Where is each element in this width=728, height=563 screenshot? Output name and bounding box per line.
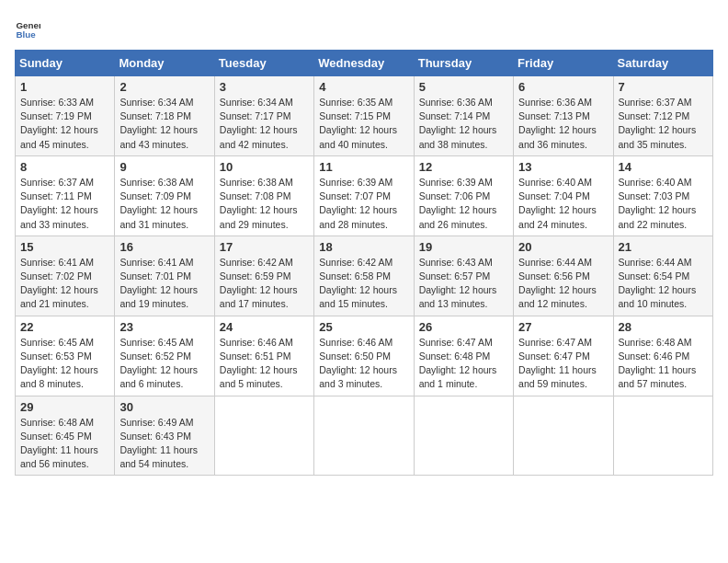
sunrise-label: Sunrise: 6:49 AM [119, 417, 193, 428]
sunrise-label: Sunrise: 6:42 AM [319, 257, 392, 268]
calendar-cell: 12 Sunrise: 6:39 AM Sunset: 7:06 PM Dayl… [414, 155, 513, 236]
day-info: Sunrise: 6:36 AM Sunset: 7:13 PM Dayligh… [518, 96, 608, 152]
calendar-cell [214, 396, 313, 476]
daylight-label: Daylight: 12 hours and 12 minutes. [518, 284, 597, 309]
sunset-label: Sunset: 7:04 PM [518, 190, 590, 201]
sunrise-label: Sunrise: 6:48 AM [20, 417, 94, 428]
page-header: General Blue [15, 15, 713, 40]
daylight-label: Daylight: 12 hours and 45 minutes. [20, 124, 98, 149]
daylight-label: Daylight: 12 hours and 24 minutes. [518, 204, 597, 229]
sunrise-label: Sunrise: 6:48 AM [619, 337, 692, 348]
sunset-label: Sunset: 6:58 PM [319, 270, 391, 282]
sunset-label: Sunset: 7:01 PM [119, 270, 191, 282]
day-info: Sunrise: 6:42 AM Sunset: 6:59 PM Dayligh… [220, 256, 309, 312]
sunset-label: Sunset: 7:09 PM [119, 190, 191, 201]
daylight-label: Daylight: 12 hours and 17 minutes. [220, 284, 298, 309]
sunrise-label: Sunrise: 6:36 AM [419, 97, 493, 108]
sunset-label: Sunset: 7:06 PM [419, 190, 491, 201]
calendar-cell: 30 Sunrise: 6:49 AM Sunset: 6:43 PM Dayl… [115, 396, 214, 476]
day-info: Sunrise: 6:47 AM Sunset: 6:47 PM Dayligh… [518, 336, 608, 392]
sunset-label: Sunset: 7:19 PM [20, 110, 92, 121]
sunrise-label: Sunrise: 6:36 AM [518, 97, 592, 108]
calendar-cell [514, 396, 613, 476]
calendar-header: SundayMondayTuesdayWednesdayThursdayFrid… [16, 51, 713, 76]
sunrise-label: Sunrise: 6:43 AM [419, 257, 493, 268]
sunset-label: Sunset: 6:51 PM [220, 350, 291, 362]
sunrise-label: Sunrise: 6:33 AM [20, 97, 94, 108]
daylight-label: Daylight: 12 hours and 10 minutes. [619, 284, 697, 309]
day-number: 22 [20, 320, 109, 334]
daylight-label: Daylight: 12 hours and 26 minutes. [419, 204, 497, 229]
sunset-label: Sunset: 7:18 PM [119, 110, 191, 121]
daylight-label: Daylight: 12 hours and 36 minutes. [518, 124, 597, 149]
calendar-cell: 5 Sunrise: 6:36 AM Sunset: 7:14 PM Dayli… [414, 76, 513, 156]
sunrise-label: Sunrise: 6:35 AM [319, 97, 392, 108]
daylight-label: Daylight: 12 hours and 22 minutes. [619, 204, 697, 229]
sunset-label: Sunset: 6:52 PM [119, 350, 191, 362]
calendar-cell: 21 Sunrise: 6:44 AM Sunset: 6:54 PM Dayl… [613, 236, 712, 316]
day-number: 6 [518, 80, 608, 94]
sunrise-label: Sunrise: 6:46 AM [220, 337, 293, 348]
daylight-label: Daylight: 12 hours and 5 minutes. [220, 364, 298, 389]
day-number: 11 [319, 160, 408, 174]
daylight-label: Daylight: 12 hours and 3 minutes. [319, 364, 397, 389]
calendar-cell: 14 Sunrise: 6:40 AM Sunset: 7:03 PM Dayl… [613, 155, 712, 236]
day-info: Sunrise: 6:39 AM Sunset: 7:06 PM Dayligh… [419, 176, 508, 232]
calendar-row: 29 Sunrise: 6:48 AM Sunset: 6:45 PM Dayl… [16, 396, 713, 476]
day-number: 28 [619, 320, 708, 334]
calendar-row: 1 Sunrise: 6:33 AM Sunset: 7:19 PM Dayli… [16, 76, 713, 156]
day-info: Sunrise: 6:34 AM Sunset: 7:18 PM Dayligh… [119, 96, 209, 152]
svg-text:Blue: Blue [16, 29, 36, 40]
day-info: Sunrise: 6:41 AM Sunset: 7:02 PM Dayligh… [20, 256, 109, 312]
daylight-label: Daylight: 12 hours and 21 minutes. [20, 284, 98, 309]
sunset-label: Sunset: 7:14 PM [419, 110, 491, 121]
sunset-label: Sunset: 7:15 PM [319, 110, 391, 121]
calendar-row: 8 Sunrise: 6:37 AM Sunset: 7:11 PM Dayli… [16, 155, 713, 236]
calendar-cell: 10 Sunrise: 6:38 AM Sunset: 7:08 PM Dayl… [214, 155, 313, 236]
daylight-label: Daylight: 12 hours and 1 minute. [419, 364, 497, 389]
calendar-cell: 20 Sunrise: 6:44 AM Sunset: 6:56 PM Dayl… [514, 236, 613, 316]
calendar-cell: 15 Sunrise: 6:41 AM Sunset: 7:02 PM Dayl… [16, 236, 115, 316]
day-number: 24 [220, 320, 309, 334]
sunrise-label: Sunrise: 6:47 AM [419, 337, 493, 348]
day-info: Sunrise: 6:35 AM Sunset: 7:15 PM Dayligh… [319, 96, 408, 152]
sunset-label: Sunset: 7:11 PM [20, 190, 92, 201]
logo: General Blue [15, 15, 44, 40]
sunset-label: Sunset: 6:53 PM [20, 350, 92, 362]
sunrise-label: Sunrise: 6:41 AM [20, 257, 94, 268]
day-number: 23 [119, 320, 209, 334]
daylight-label: Daylight: 12 hours and 31 minutes. [119, 204, 198, 229]
sunset-label: Sunset: 6:50 PM [319, 350, 391, 362]
calendar-cell: 6 Sunrise: 6:36 AM Sunset: 7:13 PM Dayli… [514, 76, 613, 156]
day-info: Sunrise: 6:41 AM Sunset: 7:01 PM Dayligh… [119, 256, 209, 312]
calendar-cell: 16 Sunrise: 6:41 AM Sunset: 7:01 PM Dayl… [115, 236, 214, 316]
day-number: 16 [119, 240, 209, 254]
sunrise-label: Sunrise: 6:42 AM [220, 257, 293, 268]
day-number: 8 [20, 160, 109, 174]
calendar-cell: 11 Sunrise: 6:39 AM Sunset: 7:07 PM Dayl… [314, 155, 414, 236]
daylight-label: Daylight: 11 hours and 59 minutes. [518, 364, 597, 389]
daylight-label: Daylight: 12 hours and 19 minutes. [119, 284, 198, 309]
sunset-label: Sunset: 7:13 PM [518, 110, 590, 121]
day-number: 2 [119, 80, 209, 94]
sunrise-label: Sunrise: 6:39 AM [319, 177, 392, 188]
calendar-cell: 2 Sunrise: 6:34 AM Sunset: 7:18 PM Dayli… [115, 76, 214, 156]
calendar-cell: 24 Sunrise: 6:46 AM Sunset: 6:51 PM Dayl… [214, 316, 313, 396]
day-info: Sunrise: 6:44 AM Sunset: 6:56 PM Dayligh… [518, 256, 608, 312]
sunrise-label: Sunrise: 6:34 AM [220, 97, 293, 108]
weekday-header: Tuesday [214, 51, 313, 76]
calendar-row: 22 Sunrise: 6:45 AM Sunset: 6:53 PM Dayl… [16, 316, 713, 396]
sunrise-label: Sunrise: 6:46 AM [319, 337, 392, 348]
daylight-label: Daylight: 12 hours and 28 minutes. [319, 204, 397, 229]
day-info: Sunrise: 6:46 AM Sunset: 6:51 PM Dayligh… [220, 336, 309, 392]
calendar-cell: 4 Sunrise: 6:35 AM Sunset: 7:15 PM Dayli… [314, 76, 414, 156]
day-number: 18 [319, 240, 408, 254]
logo-icon: General Blue [15, 15, 40, 40]
day-number: 27 [518, 320, 608, 334]
sunrise-label: Sunrise: 6:40 AM [518, 177, 592, 188]
day-number: 29 [20, 400, 109, 414]
daylight-label: Daylight: 12 hours and 8 minutes. [20, 364, 98, 389]
calendar-cell: 9 Sunrise: 6:38 AM Sunset: 7:09 PM Dayli… [115, 155, 214, 236]
day-info: Sunrise: 6:39 AM Sunset: 7:07 PM Dayligh… [319, 176, 408, 232]
day-info: Sunrise: 6:47 AM Sunset: 6:48 PM Dayligh… [419, 336, 508, 392]
